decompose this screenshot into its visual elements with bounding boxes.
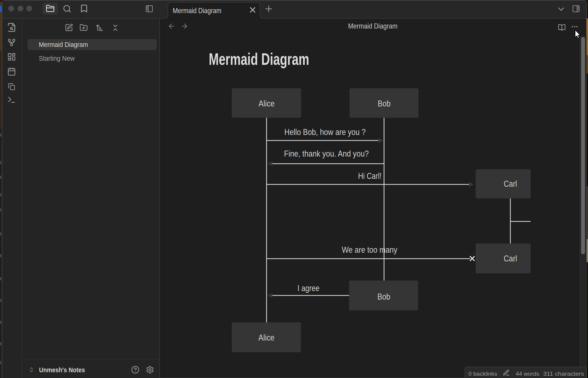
svg-text:0 backlinks: 0 backlinks [468,371,497,377]
svg-text:Fine, thank you. And you?: Fine, thank you. And you? [284,149,369,158]
svg-text:Starting New: Starting New [39,54,75,62]
svg-text:I agree: I agree [297,284,320,293]
svg-text:Carl: Carl [504,179,517,189]
svg-text:44 words: 44 words [516,371,539,377]
svg-text:Hi Carl!: Hi Carl! [358,171,382,181]
svg-text:Alice: Alice [258,333,274,342]
svg-text:Mermaid Diagram: Mermaid Diagram [348,22,397,30]
svg-text:Hello Bob, how are you ?: Hello Bob, how are you ? [284,127,366,137]
svg-text:We are too many: We are too many [342,245,397,255]
svg-text:Mermaid Diagram: Mermaid Diagram [173,6,221,15]
svg-text:311 characters: 311 characters [543,371,584,377]
svg-text:Mermaid Diagram: Mermaid Diagram [209,50,309,68]
svg-text:Unmesh's Notes: Unmesh's Notes [39,366,85,374]
svg-text:Bob: Bob [378,99,391,108]
svg-text:Alice: Alice [259,99,275,108]
svg-text:Carl: Carl [504,254,517,263]
svg-text:Mermaid Diagram: Mermaid Diagram [39,41,88,48]
svg-text:Bob: Bob [377,292,390,301]
